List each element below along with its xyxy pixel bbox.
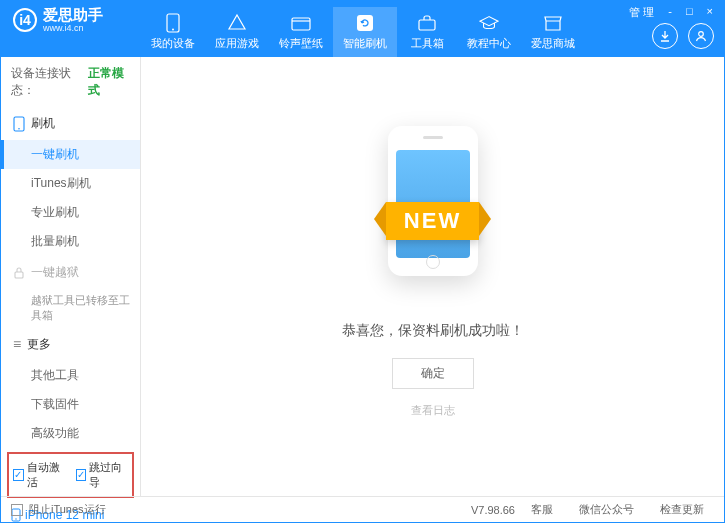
svg-rect-3 bbox=[357, 15, 373, 31]
top-nav: 我的设备 应用游戏 铃声壁纸 智能刷机 工具箱 教程中心 bbox=[1, 5, 724, 57]
sidebar-item-download-firmware[interactable]: 下载固件 bbox=[1, 390, 140, 419]
checkbox-highlight-area: ✓ 自动激活 ✓ 跳过向导 bbox=[7, 452, 134, 498]
sidebar-section-more[interactable]: ≡ 更多 bbox=[1, 328, 140, 361]
status-label: 设备连接状态： bbox=[11, 65, 84, 99]
view-log-link[interactable]: 查看日志 bbox=[411, 403, 455, 418]
apps-icon bbox=[227, 13, 247, 33]
graduation-icon bbox=[479, 13, 499, 33]
app-url: www.i4.cn bbox=[43, 24, 103, 34]
svg-rect-8 bbox=[15, 272, 23, 278]
nav-flash[interactable]: 智能刷机 bbox=[333, 7, 397, 57]
sidebar-item-advanced[interactable]: 高级功能 bbox=[1, 419, 140, 448]
footer-link-support[interactable]: 客服 bbox=[521, 502, 563, 517]
sidebar-item-oneclick-flash[interactable]: 一键刷机 bbox=[1, 140, 140, 169]
folder-icon bbox=[291, 13, 311, 33]
checkbox-block-itunes[interactable] bbox=[11, 504, 23, 516]
checkbox-label: 自动激活 bbox=[27, 460, 66, 490]
sidebar-item-itunes-flash[interactable]: iTunes刷机 bbox=[1, 169, 140, 198]
nav-tutorials[interactable]: 教程中心 bbox=[457, 7, 521, 57]
account-button[interactable] bbox=[688, 23, 714, 49]
version-label: V7.98.66 bbox=[471, 504, 515, 516]
nav-apps[interactable]: 应用游戏 bbox=[205, 7, 269, 57]
footer-link-update[interactable]: 检查更新 bbox=[650, 502, 714, 517]
nav-toolbox[interactable]: 工具箱 bbox=[397, 7, 457, 57]
store-icon bbox=[543, 13, 563, 33]
sidebar-section-flash[interactable]: 刷机 bbox=[1, 107, 140, 140]
svg-rect-4 bbox=[419, 20, 435, 30]
download-button[interactable] bbox=[652, 23, 678, 49]
main-panel: NEW 恭喜您，保资料刷机成功啦！ 确定 查看日志 bbox=[141, 57, 724, 496]
check-icon: ✓ bbox=[76, 469, 87, 481]
checkbox-auto-activate[interactable]: ✓ 自动激活 bbox=[13, 460, 66, 490]
footer-link-wechat[interactable]: 微信公众号 bbox=[569, 502, 644, 517]
nav-label: 爱思商城 bbox=[531, 36, 575, 51]
sidebar-item-batch-flash[interactable]: 批量刷机 bbox=[1, 227, 140, 256]
svg-point-5 bbox=[699, 32, 704, 37]
nav-ringtone[interactable]: 铃声壁纸 bbox=[269, 7, 333, 57]
jailbreak-note: 越狱工具已转移至工具箱 bbox=[1, 289, 140, 328]
sidebar-section-jailbreak: 一键越狱 bbox=[1, 256, 140, 289]
nav-right bbox=[652, 23, 714, 57]
footer: 阻止iTunes运行 V7.98.66 客服 微信公众号 检查更新 bbox=[1, 496, 724, 522]
refresh-icon bbox=[355, 13, 375, 33]
header: i4 爱思助手 www.i4.cn 管 理 - □ × 我的设备 应用游戏 bbox=[1, 1, 724, 57]
nav-label: 工具箱 bbox=[411, 36, 444, 51]
checkbox-skip-guide[interactable]: ✓ 跳过向导 bbox=[76, 460, 129, 490]
svg-point-7 bbox=[18, 128, 20, 130]
section-title: 一键越狱 bbox=[31, 264, 79, 281]
nav-label: 教程中心 bbox=[467, 36, 511, 51]
nav-label: 铃声壁纸 bbox=[279, 36, 323, 51]
nav-label: 智能刷机 bbox=[343, 36, 387, 51]
confirm-button[interactable]: 确定 bbox=[392, 358, 474, 389]
svg-point-1 bbox=[172, 29, 174, 31]
section-title: 刷机 bbox=[31, 115, 55, 132]
app-window: i4 爱思助手 www.i4.cn 管 理 - □ × 我的设备 应用游戏 bbox=[0, 0, 725, 523]
phone-illustration-icon bbox=[388, 126, 478, 276]
toolbox-icon bbox=[417, 13, 437, 33]
illustration: NEW bbox=[333, 116, 533, 316]
device-status: 设备连接状态： 正常模式 bbox=[1, 57, 140, 107]
nav-label: 应用游戏 bbox=[215, 36, 259, 51]
block-itunes-label: 阻止iTunes运行 bbox=[29, 502, 106, 517]
sidebar-item-other-tools[interactable]: 其他工具 bbox=[1, 361, 140, 390]
check-icon: ✓ bbox=[13, 469, 24, 481]
lock-icon bbox=[13, 266, 25, 280]
phone-icon bbox=[13, 116, 25, 132]
sidebar-item-pro-flash[interactable]: 专业刷机 bbox=[1, 198, 140, 227]
body: 设备连接状态： 正常模式 刷机 一键刷机 iTunes刷机 专业刷机 批量刷机 … bbox=[1, 57, 724, 496]
sidebar: 设备连接状态： 正常模式 刷机 一键刷机 iTunes刷机 专业刷机 批量刷机 … bbox=[1, 57, 141, 496]
success-message: 恭喜您，保资料刷机成功啦！ bbox=[342, 322, 524, 340]
svg-rect-2 bbox=[292, 18, 310, 30]
checkbox-label: 跳过向导 bbox=[89, 460, 128, 490]
menu-icon: ≡ bbox=[13, 336, 21, 352]
status-value: 正常模式 bbox=[88, 65, 130, 99]
new-banner: NEW bbox=[386, 202, 479, 240]
section-title: 更多 bbox=[27, 336, 51, 353]
phone-icon bbox=[163, 13, 183, 33]
nav-my-device[interactable]: 我的设备 bbox=[141, 7, 205, 57]
nav-store[interactable]: 爱思商城 bbox=[521, 7, 585, 57]
nav-label: 我的设备 bbox=[151, 36, 195, 51]
